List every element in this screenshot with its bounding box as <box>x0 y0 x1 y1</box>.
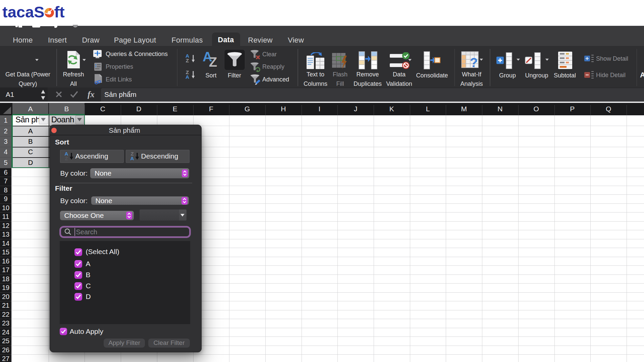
svg-text:?: ? <box>470 56 478 69</box>
